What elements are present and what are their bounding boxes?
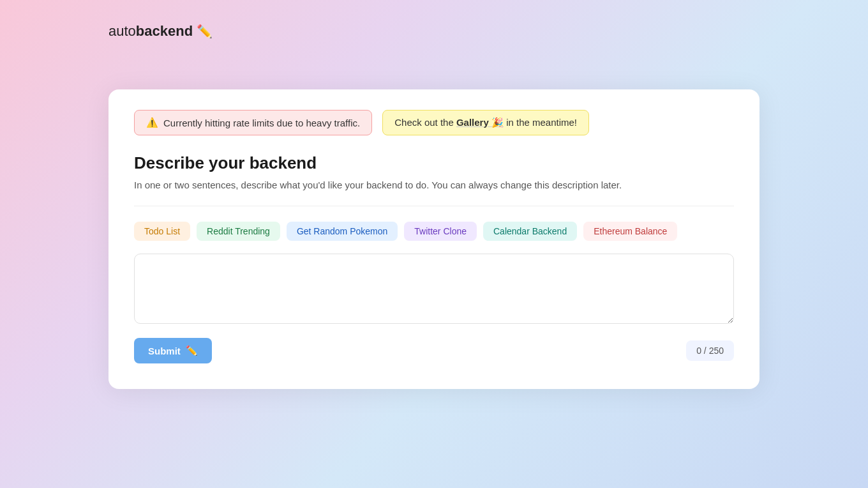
gallery-suffix: in the meantime!: [504, 117, 577, 128]
submit-button[interactable]: Submit ✏️: [134, 338, 212, 363]
section-subtitle: In one or two sentences, describe what y…: [134, 179, 734, 190]
logo-icon: ✏️: [197, 24, 213, 39]
gallery-prefix: Check out the: [394, 117, 456, 128]
submit-icon: ✏️: [186, 345, 198, 356]
description-textarea[interactable]: [134, 254, 734, 324]
bottom-row: Submit ✏️ 0 / 250: [134, 338, 734, 363]
gallery-link[interactable]: Gallery 🎉: [456, 117, 504, 128]
char-count: 0 / 250: [686, 340, 734, 361]
logo: autobackend✏️: [108, 23, 213, 40]
logo-auto: auto: [108, 23, 136, 40]
chip-todo-list[interactable]: Todo List: [134, 222, 190, 241]
divider: [134, 206, 734, 206]
chip-ethereum-balance[interactable]: Ethereum Balance: [583, 222, 677, 241]
chip-reddit-trending[interactable]: Reddit Trending: [197, 222, 280, 241]
banner-gallery: Check out the Gallery 🎉 in the meantime!: [382, 110, 589, 135]
submit-label: Submit: [148, 346, 181, 356]
main-card: ⚠️ Currently hitting rate limits due to …: [108, 89, 760, 389]
section-title: Describe your backend: [134, 153, 734, 173]
chip-twitter-clone[interactable]: Twitter Clone: [404, 222, 477, 241]
logo-backend: backend: [136, 23, 193, 40]
chip-calendar-backend[interactable]: Calendar Backend: [483, 222, 577, 241]
banner-row: ⚠️ Currently hitting rate limits due to …: [134, 110, 734, 135]
warning-text: Currently hitting rate limits due to hea…: [163, 118, 360, 128]
warning-icon: ⚠️: [146, 117, 158, 128]
chip-get-random-pokemon[interactable]: Get Random Pokemon: [287, 222, 398, 241]
chips-row: Todo List Reddit Trending Get Random Pok…: [134, 222, 734, 241]
banner-warning: ⚠️ Currently hitting rate limits due to …: [134, 110, 372, 135]
